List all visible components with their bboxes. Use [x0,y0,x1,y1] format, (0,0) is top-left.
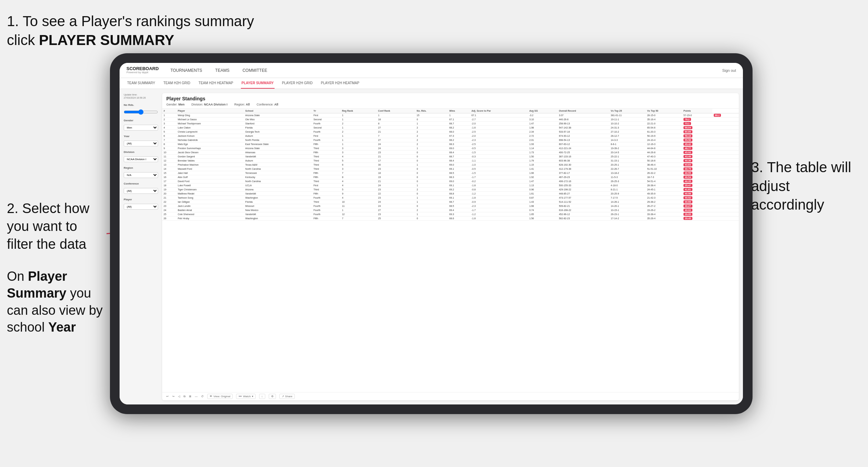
table-cell: 6 [162,134,176,138]
table-cell: Florida [244,126,312,130]
share-btn[interactable]: ↗ Share [279,394,295,399]
back-icon[interactable]: ◁ [178,395,180,398]
table-cell: 1.14 [528,146,557,151]
table-cell: 68.8 [448,192,470,196]
table-cell: 500-155-33 [557,184,609,188]
table-cell: Bastien Amat [176,208,244,212]
table-cell: 39.95 [682,212,712,216]
sub-nav-player-h2h-heatmap[interactable]: PLAYER H2H HEATMAP [320,78,360,89]
table-cell: 2 [415,142,448,146]
table-cell: -1.5 [470,171,528,175]
nav-tournaments[interactable]: TOURNAMENTS [169,68,203,73]
sub-nav-player-summary[interactable]: PLAYER SUMMARY [241,78,275,89]
table-cell: 25-22-1 [609,155,646,159]
table-cell: 23 [162,204,176,208]
table-cell: 31-15-1 [609,159,646,163]
table-cell: 20-25-9 [609,192,646,196]
region-select[interactable]: N/A [124,172,158,178]
table-cell: 19-39-2 [609,146,646,151]
table-cell: 17 [377,159,415,163]
table-cell: Texas A&M [244,163,312,167]
player-select[interactable]: (All) [124,204,158,210]
table-cell: 78.2 [682,118,712,122]
player-label: Player [124,198,158,201]
col-avg-sg: Avg SG [528,109,557,113]
table-row: 21Taehoon SongWashingtonFourth423169.1-1… [162,196,739,200]
table-cell: 68.0 [448,130,470,134]
table-cell: 27 [377,208,415,212]
table-cell: 258-99-13 [557,122,609,126]
view-original-btn[interactable]: 👁 View: Original [207,394,233,399]
table-cell: 547-142-38 [557,126,609,130]
col-reg-rank: Reg Rank [341,109,377,113]
table-row: 14Maxwell FordNorth CarolinaThird323069.… [162,167,739,171]
table-cell: 11 [341,204,377,208]
table-cell: 18 [162,184,176,188]
conference-select[interactable]: (All) [124,188,158,194]
nav-teams[interactable]: TEAMS [214,68,231,73]
table-cell: 5 [341,159,377,163]
table-cell: 607-63-12 [557,142,609,146]
annotation-player-year: Year [48,320,76,334]
watch-btn[interactable]: 👓 Watch ▾ [236,394,255,399]
table-cell: 33-38-4 [646,212,682,216]
redo-icon[interactable]: ↪ [172,395,175,398]
table-cell: First [312,184,341,188]
table-cell: 40.27 [682,204,712,208]
table-cell: 26-23-1 [609,212,646,216]
settings-btn[interactable]: ⚙ [269,394,276,399]
annotation-2: 2. Select how you want to filter the dat… [7,199,107,253]
table-cell: 43.49 [682,155,712,159]
table-cell: 467-29-23 [557,175,609,179]
nav-committee[interactable]: COMMITTEE [241,68,269,73]
table-cell: -2.5 [470,142,528,146]
sub-nav-team-h2h-grid[interactable]: TEAM H2H GRID [163,78,191,89]
table-cell: 1.13 [528,184,557,188]
no-rds-slider[interactable] [124,109,158,115]
table-cell: -1.2 [470,212,528,216]
table-cell: 2 [415,188,448,192]
nav-sign-out[interactable]: Sign out [722,68,736,73]
table-cell: 1 [415,122,448,126]
dash-icon[interactable]: — [195,395,198,398]
gender-select[interactable]: Men [124,125,158,131]
sub-nav-team-h2h-heatmap[interactable]: TEAM H2H HEATMAP [198,78,234,89]
grid-icon[interactable]: ⊞ [189,395,191,398]
table-cell: 73.1 [682,122,712,126]
export-btn[interactable]: ↓ [259,394,265,399]
table-cell: 562-82-23 [557,216,609,221]
table-cell: 54-51-4 [646,179,682,184]
year-select[interactable]: (All) [124,141,158,146]
table-cell: 23 [377,167,415,171]
table-cell: 509-82-21 [557,204,609,208]
division-select[interactable]: NCAA Division I [124,156,158,162]
table-cell: 3 [341,146,377,151]
clock-icon[interactable]: ⏱ [201,395,204,398]
table-cell: 2.01 [528,138,557,142]
table-cell: 0 [415,179,448,184]
table-cell: 2 [415,134,448,138]
col-no-rds: No. Rds. [415,109,448,113]
table-cell: 8 [341,175,377,179]
table-cell: Fifth [312,216,341,221]
table-cell: Fourth [312,196,341,200]
table-cell: 4-18-0 [609,184,646,188]
table-cell: Arizona State [244,146,312,151]
table-cell: 14-3-3 [609,138,646,142]
sub-nav-player-h2h-grid[interactable]: PLAYER H2H GRID [281,78,313,89]
table-cell: -0.8 [470,188,528,192]
table-cell: 68.4 [448,151,470,155]
table-cell: Jacob Skov Olesen [176,151,244,155]
copy-icon[interactable]: ⧉ [183,395,186,398]
undo-icon[interactable]: ↩ [166,395,169,398]
table-cell: 4 [341,179,377,184]
table-cell: Jack Lundin [176,204,244,208]
sub-nav-team-summary[interactable]: TEAM SUMMARY [126,78,156,89]
table-cell: Taehoon Song [176,196,244,200]
table-cell: 40.02 [682,208,712,212]
table-cell: 68.7 [448,122,470,126]
table-cell: Jackson Koivun [176,134,244,138]
powered-text: Powered by dippit [126,71,159,74]
table-row: 25Cole SherwoodVanderbiltFourth1223169.3… [162,212,739,216]
table-cell: 22-26-7 [609,167,646,171]
